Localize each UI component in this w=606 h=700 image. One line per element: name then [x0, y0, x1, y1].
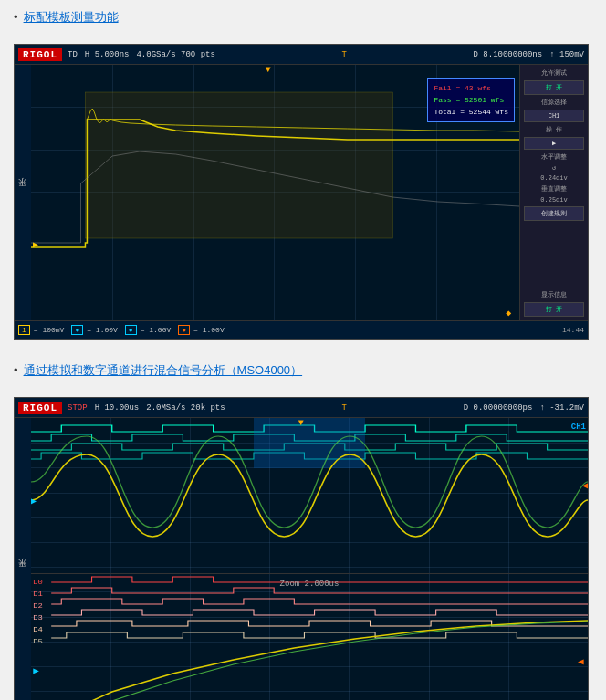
scope1-right-panel: 允许测试 打 开 信源选择 CH1 操 作 ▶ 水平调整 ↺ 0.24div 垂…: [519, 65, 588, 320]
svg-text:◆: ◆: [506, 308, 511, 319]
rigol-logo2: RIGOL: [18, 402, 62, 414]
scope1-screen: ▼ ▶ ◆: [31, 65, 519, 320]
trigger-marker2: ▼: [298, 418, 304, 428]
svg-rect-0: [85, 92, 392, 238]
scope1-samplerate: 4.0GSa/s 700 pts: [136, 50, 214, 59]
scope2-digital-waveforms: D0 D1 D2 D3 D4: [31, 573, 588, 700]
scope1-header: RIGOL TD H 5.000ns 4.0GSa/s 700 pts T D …: [15, 45, 588, 65]
svg-text:D4: D4: [33, 625, 43, 633]
section2-link[interactable]: 通过模拟和数字通道进行混合信号分析（MSO4000）: [24, 362, 303, 379]
scope1-time: 14:44: [562, 326, 584, 334]
ch4-val: = 1.00V: [193, 326, 225, 334]
source-ch[interactable]: CH1: [524, 110, 584, 122]
zoom-separator: [31, 573, 588, 574]
scope1-footer: 1 = 100mV ● = 1.00V ● = 1.00V ● = 1.00V …: [15, 320, 588, 339]
rule-btn[interactable]: 创建规则: [524, 206, 584, 221]
scope2-status: STOP: [68, 403, 88, 413]
scope2-trigger-marker: T: [233, 403, 456, 413]
scope1-header-info: TD H 5.000ns 4.0GSa/s 700 pts T D 8.1000…: [68, 50, 584, 59]
scope2-trigger-time: D 0.00000000ps: [464, 403, 533, 413]
h-adj-label: 水平调整: [524, 152, 584, 162]
h-adj-val: 0.24div: [524, 174, 584, 182]
v-adj-label: 垂直调整: [524, 184, 584, 193]
ch3-badge: ●: [125, 325, 137, 335]
trigger-marker-left: ▶: [31, 496, 37, 507]
svg-text:▶: ▶: [33, 665, 39, 675]
op-btn[interactable]: ▶: [524, 137, 584, 150]
total-count: Total = 52544 wfs: [434, 107, 508, 119]
scope2-samplerate: 2.0MSa/s 20k pts: [146, 403, 225, 413]
svg-text:D5: D5: [33, 637, 43, 645]
svg-text:▶: ▶: [33, 240, 38, 250]
svg-text:D0: D0: [33, 578, 43, 586]
trigger-marker-right: ◀: [582, 480, 588, 491]
scope2-analog-waveforms: [31, 418, 588, 573]
ch4-badge: ●: [178, 325, 190, 335]
svg-text:◀: ◀: [578, 656, 584, 666]
fail-count: Fail = 43 wfs: [434, 83, 508, 95]
test-btn[interactable]: 打 开: [524, 80, 584, 95]
scope1-trigger-marker: T: [223, 50, 466, 59]
svg-text:D3: D3: [33, 613, 43, 622]
ch3-val: = 1.00V: [141, 326, 172, 334]
ch1-val: = 100mV: [34, 326, 65, 334]
svg-text:D1: D1: [33, 590, 43, 598]
scope1-status: TD: [68, 50, 78, 59]
svg-rect-3: [254, 418, 365, 468]
test-label: 允许测试: [524, 68, 584, 78]
scope2-timebase: H 10.00us: [95, 403, 140, 413]
scope2-screen: ▼ ◀ ▶ Zoom 2.000us CH1: [31, 418, 588, 700]
scope1-body: 水平 ▼: [15, 65, 588, 320]
scope1-ylabel: 水平: [15, 65, 31, 320]
scope2-ylabel: 水平: [15, 418, 31, 700]
info-label: 显示信息: [524, 290, 584, 299]
pass-count: Pass = 52501 wfs: [434, 95, 508, 107]
rigol-logo1: RIGOL: [18, 48, 62, 61]
section1-link[interactable]: 标配模板测量功能: [24, 9, 119, 26]
scope1-trigger-level: ↑ 150mV: [549, 50, 584, 59]
scope1-trigger-time: D 8.10000000ns: [474, 50, 543, 59]
svg-text:D2: D2: [33, 601, 43, 610]
ch2-badge: ●: [71, 325, 83, 335]
section1: • 标配模板测量功能 RIGOL TD H 5.000ns 4.0GSa/s 7…: [14, 9, 592, 340]
info-btn[interactable]: 打 开: [524, 302, 584, 317]
h-adj-icon: ↺: [524, 164, 584, 172]
bullet2: •: [14, 363, 18, 377]
op-label: 操 作: [524, 125, 584, 134]
ch2-val: = 1.00V: [87, 326, 118, 334]
scope2: RIGOL STOP H 10.00us 2.0MSa/s 20k pts T …: [14, 397, 589, 700]
v-adj-val: 0.25div: [524, 196, 584, 204]
scope1-timebase: H 5.000ns: [85, 50, 130, 59]
scope2-trigger-level: ↑ -31.2mV: [539, 403, 584, 413]
measure-popup: Fail = 43 wfs Pass = 52501 wfs Total = 5…: [427, 78, 515, 122]
bullet1: •: [14, 10, 18, 24]
ch1-badge: 1: [18, 325, 30, 335]
scope2-header: RIGOL STOP H 10.00us 2.0MSa/s 20k pts T …: [15, 398, 588, 418]
section2: • 通过模拟和数字通道进行混合信号分析（MSO4000） RIGOL STOP …: [14, 362, 592, 700]
scope2-header-info: STOP H 10.00us 2.0MSa/s 20k pts T D 0.00…: [68, 403, 584, 413]
scope1: RIGOL TD H 5.000ns 4.0GSa/s 700 pts T D …: [14, 44, 589, 340]
source-label: 信源选择: [524, 98, 584, 107]
scope2-body: 水平: [15, 418, 588, 700]
zoom-label: Zoom 2.000us: [280, 580, 340, 589]
